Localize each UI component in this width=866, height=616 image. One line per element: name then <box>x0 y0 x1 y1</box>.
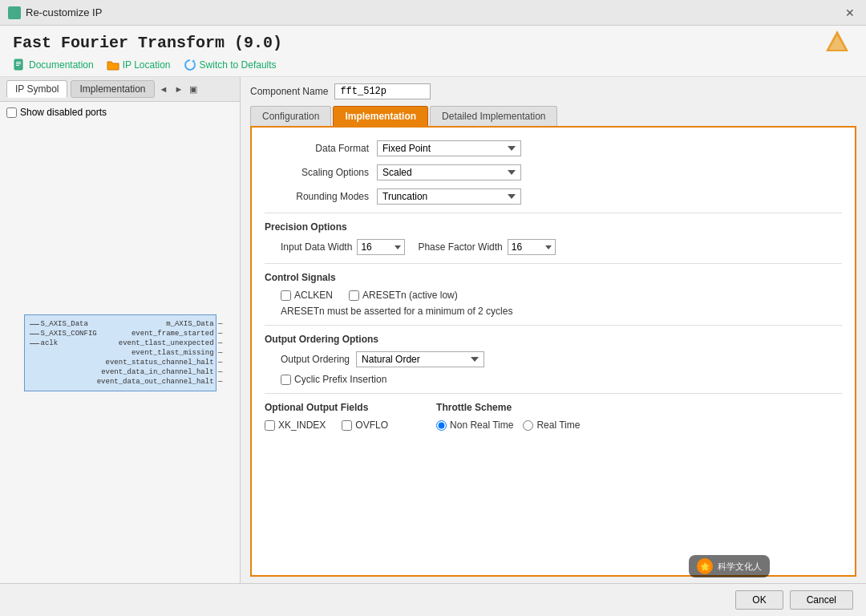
xk-index-item: XK_INDEX <box>265 419 326 431</box>
output-ordering-row: Output Ordering Natural Order Bit/Digit … <box>281 351 842 367</box>
control-checkboxes-row: ACLKEN ARESETn (active low) <box>281 290 842 301</box>
real-time-label: Real Time <box>536 419 580 431</box>
rounding-modes-row: Rounding Modes Truncation Convergent Rou… <box>265 188 842 205</box>
tab-ip-symbol[interactable]: IP Symbol <box>6 80 67 98</box>
ovflo-checkbox[interactable] <box>342 420 352 431</box>
main-content: IP Symbol Implementation ◄ ► ▣ Show disa… <box>0 77 866 583</box>
optional-checkboxes: XK_INDEX OVFLO <box>265 419 388 431</box>
watermark-text: 科学文化人 <box>718 561 762 573</box>
port-s-axis-config: S_AXIS_CONFIG <box>30 330 97 338</box>
documentation-button[interactable]: Documentation <box>13 59 94 71</box>
port-s-axis-data: S_AXIS_Data <box>30 320 97 328</box>
watermark: 🌟 科学文化人 <box>689 555 770 578</box>
aresetn-note: ARESETn must be asserted for a minimum o… <box>281 306 842 317</box>
output-ordering-label: Output Ordering <box>281 354 350 365</box>
throttle-scheme-title: Throttle Scheme <box>436 402 580 413</box>
input-data-width-select[interactable]: 8 12 16 20 24 32 <box>357 239 405 255</box>
tab-implementation-main[interactable]: Implementation <box>333 106 428 126</box>
watermark-icon: 🌟 <box>697 558 713 574</box>
non-real-time-radio[interactable] <box>436 420 447 431</box>
show-disabled-ports-row: Show disabled ports <box>0 102 240 123</box>
show-disabled-checkbox[interactable] <box>6 107 17 118</box>
precision-options-row: Input Data Width 8 12 16 20 24 32 Phase … <box>281 239 842 255</box>
switch-defaults-label: Switch to Defaults <box>200 59 277 71</box>
xk-index-checkbox[interactable] <box>265 420 275 431</box>
component-name-row: Component Name <box>250 83 856 99</box>
throttle-radio-row: Non Real Time Real Time <box>436 419 580 431</box>
scaling-options-select[interactable]: Scaled Unscaled Block Floating Point <box>377 164 521 180</box>
tabs-bar: Configuration Implementation Detailed Im… <box>250 106 856 126</box>
ip-symbol-area: S_AXIS_Data S_AXIS_CONFIG aclk <box>0 123 240 583</box>
real-time-item: Real Time <box>523 419 580 431</box>
left-panel-tabs: IP Symbol Implementation ◄ ► ▣ <box>0 77 240 102</box>
throttle-scheme-group: Throttle Scheme Non Real Time Real Time <box>436 402 580 436</box>
optional-output-group: Optional Output Fields XK_INDEX OVFLO <box>265 402 388 436</box>
tab-configuration[interactable]: Configuration <box>250 106 331 126</box>
ovflo-label: OVFLO <box>355 419 388 431</box>
title-bar: Re-customize IP ✕ <box>0 0 866 26</box>
port-aclk: aclk <box>30 339 97 347</box>
input-data-width-item: Input Data Width 8 12 16 20 24 32 <box>281 239 405 255</box>
refresh-icon <box>184 59 196 71</box>
documentation-label: Documentation <box>29 59 94 71</box>
document-icon <box>13 59 26 71</box>
ip-block: S_AXIS_Data S_AXIS_CONFIG aclk <box>24 314 216 391</box>
title-icon <box>8 6 21 19</box>
control-signals-title: Control Signals <box>265 272 842 283</box>
cyclic-prefix-checkbox[interactable] <box>281 375 291 385</box>
data-format-label: Data Format <box>265 143 377 154</box>
show-disabled-label: Show disabled ports <box>20 107 107 118</box>
aresetn-item: ARESETn (active low) <box>349 290 458 301</box>
ok-button[interactable]: OK <box>735 590 783 610</box>
aresetn-checkbox[interactable] <box>349 290 359 301</box>
aresetn-label: ARESETn (active low) <box>362 290 458 301</box>
ip-ports-right: m_AXIS_Data ─ event_frame_started ─ even… <box>97 320 223 386</box>
xk-index-label: XK_INDEX <box>278 419 326 431</box>
output-ordering-title: Output Ordering Options <box>265 334 842 345</box>
component-name-input[interactable] <box>334 83 431 99</box>
ip-location-label: IP Location <box>123 59 171 71</box>
precision-options-title: Precision Options <box>265 221 842 233</box>
tab-nav-prev[interactable]: ◄ <box>158 83 170 95</box>
data-format-select[interactable]: Fixed Point Floating Point <box>377 140 521 156</box>
phase-factor-width-item: Phase Factor Width 8 12 16 20 24 32 <box>418 239 555 255</box>
output-ordering-select[interactable]: Natural Order Bit/Digit Reversed Order <box>356 351 484 367</box>
svg-rect-0 <box>14 59 22 70</box>
tab-nav-list[interactable]: ▣ <box>188 83 199 96</box>
data-format-row: Data Format Fixed Point Floating Point <box>265 140 842 156</box>
right-panel: Component Name Configuration Implementat… <box>241 77 866 583</box>
svg-marker-4 <box>192 59 195 63</box>
scaling-options-label: Scaling Options <box>265 167 377 178</box>
window-title: Re-customize IP <box>26 6 102 18</box>
svg-rect-1 <box>16 62 21 63</box>
svg-rect-3 <box>16 65 19 66</box>
rounding-modes-label: Rounding Modes <box>265 191 377 202</box>
switch-defaults-button[interactable]: Switch to Defaults <box>184 59 277 71</box>
aclken-checkbox[interactable] <box>281 290 291 301</box>
cancel-button[interactable]: Cancel <box>790 590 853 610</box>
rounding-modes-select[interactable]: Truncation Convergent Rounding <box>377 188 521 205</box>
tab-implementation[interactable]: Implementation <box>71 80 154 98</box>
aclken-label: ACLKEN <box>294 290 333 301</box>
folder-icon <box>107 59 119 71</box>
output-ordering-area: Output Ordering Natural Order Bit/Digit … <box>281 351 842 385</box>
real-time-radio[interactable] <box>523 420 533 431</box>
scaling-options-row: Scaling Options Scaled Unscaled Block Fl… <box>265 164 842 180</box>
ip-location-button[interactable]: IP Location <box>107 59 171 71</box>
close-button[interactable]: ✕ <box>842 5 858 21</box>
tab-detailed-implementation[interactable]: Detailed Implementation <box>430 106 557 126</box>
vivado-logo <box>824 29 850 55</box>
aclken-item: ACLKEN <box>281 290 333 301</box>
phase-factor-width-select[interactable]: 8 12 16 20 24 32 <box>508 239 556 255</box>
bottom-bar: OK Cancel <box>0 583 866 616</box>
ovflo-item: OVFLO <box>342 419 388 431</box>
optional-output-title: Optional Output Fields <box>265 402 388 413</box>
tab-nav-next[interactable]: ► <box>172 83 184 95</box>
control-signals-area: ACLKEN ARESETn (active low) ARESETn must… <box>281 290 842 317</box>
cyclic-prefix-item: Cyclic Prefix Insertion <box>281 374 842 385</box>
phase-factor-width-label: Phase Factor Width <box>418 241 502 253</box>
app-title: Fast Fourier Transform (9.0) <box>13 34 853 52</box>
ip-ports-left: S_AXIS_Data S_AXIS_CONFIG aclk <box>30 320 97 347</box>
component-name-label: Component Name <box>250 86 328 97</box>
toolbar: Documentation IP Location Switch to Defa… <box>13 59 853 71</box>
